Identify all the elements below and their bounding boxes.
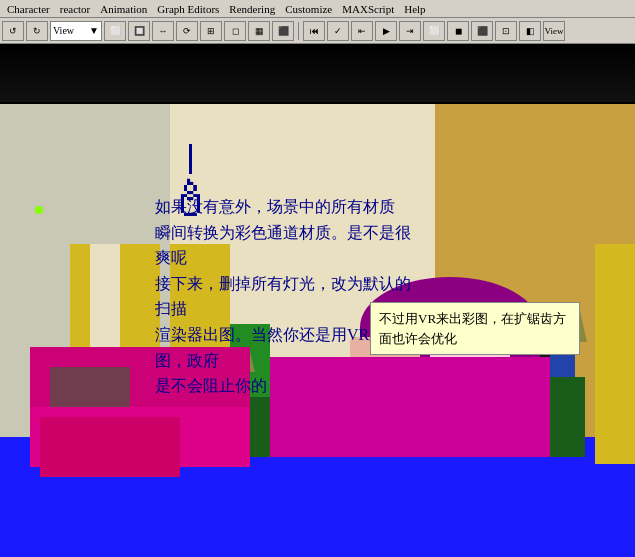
menu-reactor[interactable]: reactor [55,2,96,16]
viewport: 🕯 如果没有意外，场景中的所有材质 瞬间转换为彩色通道材质。是不是很爽呢 接下来… [0,44,635,557]
toolbar-btn-3[interactable]: ↔ [152,21,174,41]
toolbar-btn-12[interactable]: ▶ [375,21,397,41]
toolbar-btn-17[interactable]: ⊡ [495,21,517,41]
tooltip-box: 不过用VR来出彩图，在扩锯齿方面也许会优化 [370,302,580,355]
toolbar-btn-4[interactable]: ⟳ [176,21,198,41]
toolbar-btn-redo[interactable]: ↻ [26,21,48,41]
toolbar-btn-11[interactable]: ⇤ [351,21,373,41]
toolbar-sep-1 [298,22,299,40]
menu-customize[interactable]: Customize [280,2,337,16]
menu-graph-editors[interactable]: Graph Editors [152,2,224,16]
toolbar-btn-16[interactable]: ⬛ [471,21,493,41]
ottoman [40,417,180,477]
text-line-1: 如果没有意外，场景中的所有材质 [155,194,415,220]
small-dot [35,206,43,214]
toolbar-btn-2[interactable]: 🔲 [128,21,150,41]
toolbar: ↺ ↻ View ▼ ⬜ 🔲 ↔ ⟳ ⊞ ◻ ▦ ⬛ ⏮ ✓ ⇤ ▶ ⇥ ⬜ ◼… [0,18,635,44]
chandelier-stem [189,144,192,174]
toolbar-btn-7[interactable]: ▦ [248,21,270,41]
menu-character[interactable]: Character [2,2,55,16]
toolbar-btn-19[interactable]: View [543,21,565,41]
toolbar-btn-18[interactable]: ◧ [519,21,541,41]
toolbar-btn-13[interactable]: ⇥ [399,21,421,41]
menu-maxscript[interactable]: MAXScript [337,2,399,16]
toolbar-btn-15[interactable]: ◼ [447,21,469,41]
text-line-2: 瞬间转换为彩色通道材质。是不是很爽呢 [155,220,415,271]
menu-help[interactable]: Help [399,2,430,16]
text-line-5: 是不会阻止你的 [155,373,415,399]
toolbar-btn-1[interactable]: ⬜ [104,21,126,41]
menu-rendering[interactable]: Rendering [224,2,280,16]
toolbar-btn-14[interactable]: ⬜ [423,21,445,41]
toolbar-btn-undo[interactable]: ↺ [2,21,24,41]
view-dropdown[interactable]: View ▼ [50,21,102,41]
chinese-text-overlay: 如果没有意外，场景中的所有材质 瞬间转换为彩色通道材质。是不是很爽呢 接下来，删… [155,194,415,399]
menu-animation[interactable]: Animation [95,2,152,16]
menu-bar: Character reactor Animation Graph Editor… [0,0,635,18]
toolbar-btn-10[interactable]: ✓ [327,21,349,41]
toolbar-btn-5[interactable]: ⊞ [200,21,222,41]
top-stripe [0,44,635,102]
toolbar-btn-9[interactable]: ⏮ [303,21,325,41]
toolbar-btn-6[interactable]: ◻ [224,21,246,41]
toolbar-btn-8[interactable]: ⬛ [272,21,294,41]
curtain-right [595,244,635,464]
tooltip-text: 不过用VR来出彩图，在扩锯齿方面也许会优化 [379,311,566,346]
